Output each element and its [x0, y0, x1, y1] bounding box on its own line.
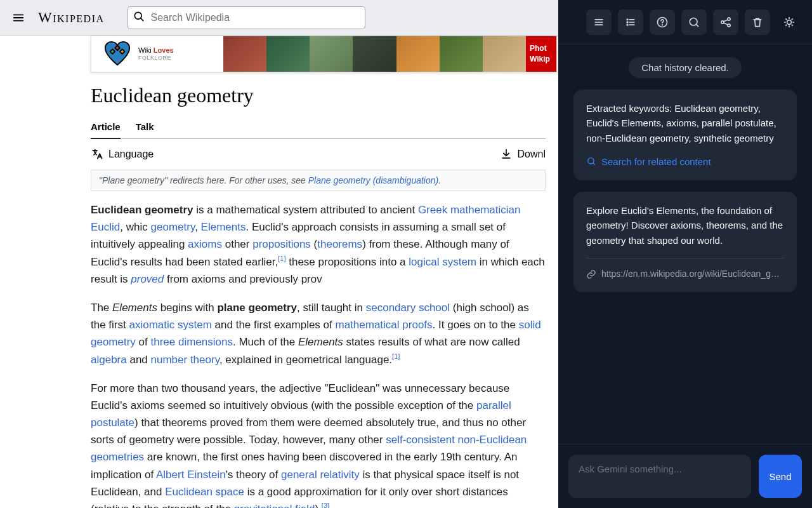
- paragraph-icon[interactable]: [586, 10, 612, 35]
- link-mathematical-proofs[interactable]: mathematical proofs: [336, 319, 433, 331]
- paragraph-3: For more than two thousand years, the ad…: [91, 380, 546, 508]
- svg-line-17: [696, 24, 698, 26]
- tools-row: Language Downl: [91, 139, 546, 170]
- link-secondary-school[interactable]: secondary school: [366, 302, 450, 314]
- list-icon[interactable]: [618, 10, 643, 35]
- article: Euclidean geometry Article Talk Language…: [0, 84, 558, 508]
- link-propositions[interactable]: propositions: [252, 238, 311, 250]
- help-icon[interactable]: [650, 10, 675, 35]
- search-related-action[interactable]: Search for related content: [586, 154, 784, 169]
- svg-point-10: [627, 24, 628, 25]
- wiki-loves-folklore-banner[interactable]: Wiki Loves FOLKLORE Phot Wikip: [91, 36, 557, 72]
- share-icon[interactable]: [713, 10, 738, 35]
- download-tool[interactable]: Downl: [500, 148, 546, 161]
- svg-line-31: [792, 18, 792, 19]
- link-geometry[interactable]: geometry: [151, 221, 195, 233]
- banner-photo-strip: [223, 36, 526, 72]
- status-pill: Chat history cleared.: [629, 57, 742, 78]
- svg-point-23: [787, 20, 792, 24]
- menu-icon[interactable]: [9, 8, 28, 27]
- download-label: Downl: [518, 149, 546, 160]
- theme-icon[interactable]: [776, 10, 802, 35]
- paragraph-2: The Elements begins with plane geometry,…: [91, 299, 546, 368]
- summary-card: Explore Euclid's Elements, the foundatio…: [573, 192, 797, 292]
- link-algebra[interactable]: algebra: [91, 354, 127, 366]
- banner-wiki: Wiki: [138, 46, 154, 54]
- trash-icon[interactable]: [745, 10, 770, 35]
- sidebar-input-row: Send: [558, 444, 812, 508]
- ref-3[interactable]: [3]: [322, 502, 329, 508]
- link-proved[interactable]: proved: [131, 273, 164, 285]
- link-three-dimensions[interactable]: three dimensions: [151, 336, 233, 348]
- keywords-card: Extracted keywords: Euclidean geometry, …: [573, 90, 797, 180]
- banner-text: Wiki Loves FOLKLORE: [138, 46, 174, 62]
- folklore-heart-icon: [103, 39, 132, 69]
- language-tool[interactable]: Language: [91, 148, 154, 161]
- hatnote: "Plane geometry" redirects here. For oth…: [91, 170, 546, 191]
- link-einstein[interactable]: Albert Einstein: [156, 469, 226, 481]
- ref-1[interactable]: [1]: [278, 255, 285, 262]
- source-link[interactable]: https://en.m.wikipedia.org/wiki/Euclidea…: [586, 258, 784, 281]
- hatnote-suffix: .: [438, 175, 441, 185]
- article-body: Euclidean geometry is a mathematical sys…: [91, 201, 546, 508]
- banner-cta-line1: Phot: [530, 43, 556, 54]
- svg-line-33: [593, 163, 595, 165]
- link-elements[interactable]: Elements: [201, 221, 246, 233]
- language-label: Language: [108, 149, 154, 160]
- svg-point-15: [662, 24, 663, 25]
- source-url: https://en.m.wikipedia.org/wiki/Euclidea…: [601, 267, 780, 281]
- paragraph-1: Euclidean geometry is a mathematical sys…: [91, 201, 546, 288]
- wiki-header: Wikipedia: [0, 0, 558, 36]
- svg-line-4: [140, 18, 143, 20]
- svg-line-21: [724, 19, 728, 21]
- search-wrap: [128, 6, 365, 29]
- banner-cta[interactable]: Phot Wikip: [526, 36, 556, 72]
- svg-point-8: [627, 19, 628, 20]
- link-general-relativity[interactable]: general relativity: [281, 469, 360, 481]
- svg-line-29: [792, 25, 792, 25]
- article-tabs: Article Talk: [91, 116, 546, 139]
- send-button[interactable]: Send: [759, 455, 802, 498]
- banner-loves: Loves: [154, 46, 174, 54]
- page-title: Euclidean geometry: [91, 84, 546, 107]
- svg-point-9: [627, 22, 628, 23]
- wiki-scroll[interactable]: Wiki Loves FOLKLORE Phot Wikip Euclidean…: [0, 36, 558, 508]
- banner-left: Wiki Loves FOLKLORE: [91, 36, 223, 72]
- hatnote-link[interactable]: Plane geometry (disambiguation): [308, 175, 438, 185]
- search-related-label: Search for related content: [601, 154, 711, 169]
- svg-line-22: [724, 22, 728, 24]
- ref-1b[interactable]: [1]: [392, 352, 400, 360]
- banner-cta-line2: Wikip: [530, 54, 556, 65]
- link-theorems[interactable]: theorems: [317, 238, 362, 250]
- ask-input[interactable]: [568, 455, 751, 498]
- p1-bold: Euclidean geometry: [91, 204, 193, 216]
- wikipedia-page: Wikipedia: [0, 0, 558, 508]
- search-icon[interactable]: [681, 10, 707, 35]
- sidebar-body: Chat history cleared. Extracted keywords…: [558, 44, 812, 444]
- search-icon: [133, 10, 145, 25]
- svg-line-30: [786, 25, 787, 25]
- link-gravitational-field[interactable]: gravitational field: [234, 503, 315, 508]
- banner-folklore: FOLKLORE: [138, 55, 174, 62]
- svg-line-28: [786, 18, 787, 19]
- link-logical-system[interactable]: logical system: [409, 256, 476, 268]
- link-number-theory[interactable]: number theory: [151, 354, 219, 366]
- wikipedia-wordmark[interactable]: Wikipedia: [38, 10, 105, 26]
- tab-article[interactable]: Article: [91, 116, 121, 138]
- search-input[interactable]: [128, 6, 365, 29]
- link-axiomatic-system[interactable]: axiomatic system: [129, 319, 211, 331]
- gemini-sidebar: Chat history cleared. Extracted keywords…: [558, 0, 812, 508]
- tab-talk[interactable]: Talk: [136, 116, 154, 138]
- keywords-text: Extracted keywords: Euclidean geometry, …: [586, 101, 784, 145]
- hatnote-prefix: "Plane geometry" redirects here. For oth…: [99, 175, 308, 185]
- link-euclidean-space[interactable]: Euclidean space: [165, 486, 244, 498]
- summary-text: Explore Euclid's Elements, the foundatio…: [586, 203, 784, 248]
- sidebar-toolbar: [558, 0, 812, 44]
- link-axioms[interactable]: axioms: [188, 238, 222, 250]
